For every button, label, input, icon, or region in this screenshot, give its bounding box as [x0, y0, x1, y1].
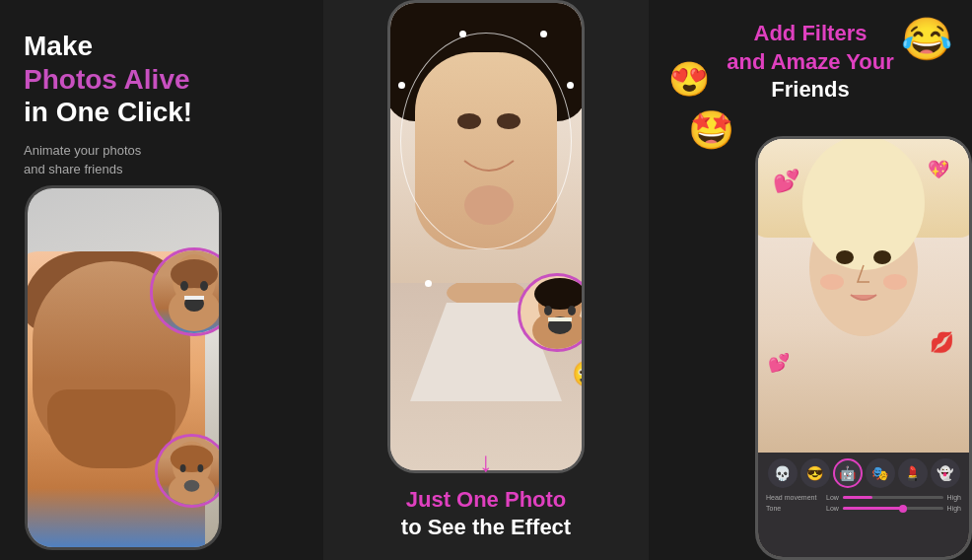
head-slider-fill — [843, 496, 873, 499]
arrow-down-icon: ↓ — [401, 447, 571, 478]
thumb-bottom-face — [158, 437, 219, 505]
headline-make: Make — [24, 31, 93, 61]
headline-friends: Friends — [771, 77, 849, 102]
svg-point-26 — [836, 250, 854, 264]
thumb-top-face — [153, 250, 219, 333]
svg-point-27 — [873, 250, 891, 264]
tone-slider-fill — [843, 507, 903, 510]
heart-eyes-emoji: 😍 — [668, 59, 734, 99]
subtext-line2: and share friends — [24, 162, 122, 176]
panel2-sublabel: to See the Effect — [401, 515, 571, 540]
p3-emoji-area: 😍 🤩 — [659, 49, 734, 152]
star-emoji: 🤩 — [688, 108, 734, 152]
panel-3: Add Filters and Amaze Your Friends 😂 😍 🤩 — [649, 0, 972, 560]
panel2-label: Just One Photo — [401, 486, 571, 515]
svg-point-6 — [200, 281, 208, 291]
detect-dot-2 — [540, 31, 547, 37]
phone-screen-3: 💕 💖 💕 💋 💀 😎 🤖 🎭 💄 👻 — [758, 139, 969, 557]
filter-label-head: Head movement — [766, 494, 820, 501]
tone-low-label: Low — [826, 505, 839, 512]
svg-point-29 — [883, 274, 907, 290]
filter-icon-mask[interactable]: 🎭 — [866, 458, 895, 488]
head-high-label: High — [947, 494, 961, 501]
woman-face-p3: 💕 💖 💕 💋 — [758, 139, 969, 453]
beard — [47, 389, 175, 468]
phone-screen-1 — [28, 188, 219, 547]
filter-icon-lipstick[interactable]: 💄 — [898, 458, 928, 488]
sticker-hearts-tl: 💕 — [773, 169, 799, 194]
panel-2: 🤪 ↓ Just One Photo to See the Effect — [323, 0, 649, 560]
subtext-line1: Animate your photos — [24, 143, 141, 158]
laugh-emoji: 😂 — [901, 15, 952, 63]
head-low-label: Low — [826, 494, 839, 501]
panel2-text-block: ↓ Just One Photo to See the Effect — [401, 447, 571, 540]
svg-rect-4 — [184, 296, 204, 300]
phone-mockup-3: 💕 💖 💕 💋 💀 😎 🤖 🎭 💄 👻 — [755, 136, 972, 560]
face-detect-ellipse — [400, 33, 572, 249]
woman-face-area — [390, 3, 582, 307]
filter-icon-ghost[interactable]: 👻 — [931, 458, 960, 488]
detect-dot-4 — [567, 82, 574, 89]
svg-point-5 — [180, 281, 188, 291]
phone-frame-2: 🤪 — [387, 0, 585, 473]
svg-point-28 — [820, 274, 844, 290]
svg-point-11 — [180, 464, 186, 472]
tone-slider-track[interactable] — [843, 507, 943, 510]
svg-point-23 — [568, 306, 576, 315]
panel1-subtext: Animate your photos and share friends — [24, 141, 300, 179]
svg-point-22 — [544, 306, 552, 315]
panel-1: Make Photos Alive in One Click! Animate … — [0, 0, 323, 560]
thumb-bottom — [155, 434, 219, 508]
sticker-hearts-tr: 💖 — [928, 159, 949, 180]
svg-point-25 — [802, 139, 925, 270]
filter-icon-skull[interactable]: 💀 — [768, 458, 798, 488]
svg-rect-21 — [548, 317, 572, 321]
phone-bottom-bar: 💀 😎 🤖 🎭 💄 👻 Head movement Low — [758, 453, 969, 557]
headline-one-click: in One Click! — [24, 97, 192, 127]
svg-point-1 — [171, 259, 218, 289]
headline-photos-alive: Photos Alive — [24, 64, 190, 95]
tone-slider-thumb — [899, 505, 907, 513]
head-slider-track[interactable] — [843, 496, 943, 499]
headline-add-filters: Add Filters — [754, 21, 868, 45]
filter-icon-robot[interactable]: 🤖 — [833, 458, 863, 488]
tone-high-label: High — [947, 505, 961, 512]
phone-frame-3: 💕 💖 💕 💋 💀 😎 🤖 🎭 💄 👻 — [755, 136, 972, 560]
phone-mockup-1 — [10, 185, 237, 560]
wink-emoji: 🤪 — [572, 359, 582, 389]
filter-icons-row: 💀 😎 🤖 🎭 💄 👻 — [766, 458, 961, 488]
filter-row-head: Head movement Low High — [766, 494, 961, 501]
phone-mockup-2: 🤪 — [387, 0, 585, 473]
phone-screen-2: 🤪 — [390, 3, 582, 470]
filter-row-tone: Tone Low High — [766, 505, 961, 512]
svg-point-12 — [197, 464, 203, 472]
sticker-hearts-bl: 💕 — [768, 352, 790, 374]
filter-icon-glasses[interactable]: 😎 — [800, 458, 830, 488]
filter-label-tone: Tone — [766, 505, 820, 512]
detect-dot-1 — [459, 31, 466, 37]
panel1-headline: Make Photos Alive in One Click! — [24, 30, 300, 129]
svg-point-8 — [171, 445, 213, 472]
sticker-lips: 💋 — [930, 330, 954, 354]
phone-frame-1 — [25, 185, 222, 550]
headline-amaze: and Amaze Your — [727, 49, 894, 74]
filter-controls: Head movement Low High Tone — [766, 494, 961, 512]
svg-point-10 — [184, 479, 200, 491]
detect-dot-3 — [398, 82, 405, 89]
